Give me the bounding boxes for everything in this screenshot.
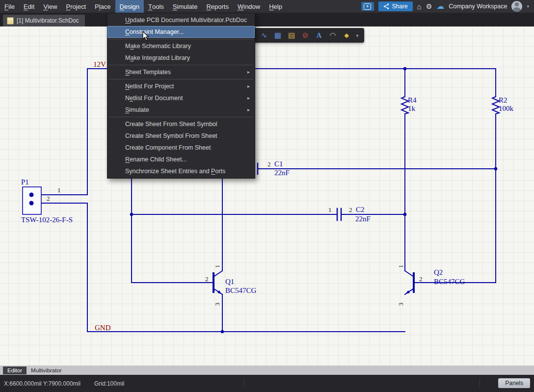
- junction-dot: [494, 167, 498, 171]
- comment-plus-icon: +: [364, 3, 371, 10]
- comment-button[interactable]: +: [361, 2, 374, 11]
- workspace-label[interactable]: Company Workspace: [449, 3, 507, 10]
- transistor-q2-legs[interactable]: [405, 271, 414, 294]
- pin-number-c2-2: 2: [349, 206, 352, 213]
- menu-item-sheet-templates[interactable]: Sheet Templates▸: [107, 66, 255, 78]
- designator-p1[interactable]: P1: [21, 178, 29, 186]
- home-icon[interactable]: ⌂: [417, 3, 422, 10]
- statusbar-divider: [244, 379, 244, 388]
- menu-item-simulate[interactable]: Simulate▸: [107, 104, 255, 116]
- transistor-q1-legs[interactable]: [214, 271, 222, 294]
- doc-tab-label: [1] Multivibrator.SchDoc: [17, 17, 79, 24]
- menu-tools[interactable]: Tools: [144, 0, 168, 13]
- junction-dot: [130, 213, 134, 216]
- pin-number-q2-1: 1: [397, 265, 404, 268]
- menu-item-create-sheet-symbol-from-sheet[interactable]: Create Sheet Symbol From Sheet: [107, 130, 255, 142]
- designator-c2[interactable]: C2: [356, 206, 365, 213]
- wire-q1-base[interactable]: [132, 169, 213, 283]
- menu-item-label: Make Schematic Library: [125, 43, 191, 50]
- connector-p1[interactable]: [23, 187, 41, 214]
- document-tab-bar: [1] Multivibrator.SchDoc: [0, 13, 534, 26]
- altium-designer-window: { "menubar": { "items": [ {"label":"File…: [0, 0, 534, 392]
- grid-setting: Grid:100mil: [94, 380, 124, 387]
- probe-icon[interactable]: ∿: [258, 29, 270, 41]
- net-label-12v[interactable]: 12V: [93, 60, 106, 68]
- designator-c1[interactable]: C1: [274, 160, 283, 168]
- designator-q2[interactable]: Q2: [434, 268, 443, 276]
- cloud-icon: ☁: [436, 2, 444, 10]
- tab-multivibrator[interactable]: Multivibrator: [27, 366, 66, 374]
- menu-item-label: Rename Child Sheet...: [125, 156, 187, 163]
- menubar-right-cluster: + Share ⌂ ⚙ ☁ Company Workspace ▾: [361, 0, 534, 13]
- designator-q1[interactable]: Q1: [225, 278, 234, 286]
- resistor-r4[interactable]: [401, 96, 408, 114]
- menu-item-create-component-from-sheet[interactable]: Create Component From Sheet: [107, 142, 255, 154]
- junction-dot: [221, 330, 224, 334]
- menu-view[interactable]: View: [39, 0, 61, 13]
- capacitor-c2[interactable]: [337, 209, 341, 220]
- submenu-arrow-icon: ▸: [247, 80, 250, 92]
- share-button[interactable]: Share: [378, 1, 413, 11]
- part-icon[interactable]: ▦: [272, 29, 284, 41]
- parameter-set-icon[interactable]: ◆: [341, 29, 352, 41]
- tab-editor[interactable]: Editor: [3, 366, 27, 374]
- menu-reports[interactable]: Reports: [202, 0, 233, 13]
- editor-tab-bar: Editor Multivibrator: [0, 366, 534, 375]
- menu-window[interactable]: Window: [233, 0, 265, 13]
- pin-number-q2-3: 3: [397, 303, 404, 306]
- submenu-arrow-icon: ▸: [247, 104, 250, 116]
- menu-item-label: Simulate: [125, 106, 149, 113]
- schdoc-file-icon: [7, 17, 14, 25]
- menu-place[interactable]: Place: [90, 0, 115, 13]
- submenu-arrow-icon: ▸: [247, 66, 250, 78]
- menu-item-netlist-for-project[interactable]: Netlist For Project▸: [107, 80, 255, 92]
- schematic-canvas[interactable]: 12V GND R4 1k R2 100k C1 22nF C2 22nF Q1…: [0, 26, 534, 366]
- gear-icon[interactable]: ⚙: [426, 3, 432, 10]
- user-avatar[interactable]: [511, 1, 522, 12]
- status-bar: X:6600.000mil Y:7900.000mil Grid:100mil …: [0, 375, 534, 392]
- pin-number-q1-3: 3: [214, 303, 221, 306]
- menu-item-netlist-for-document[interactable]: Netlist For Document▸: [107, 92, 255, 104]
- designator-r4[interactable]: R4: [408, 96, 417, 104]
- menu-item-rename-child-sheet[interactable]: Rename Child Sheet...: [107, 154, 255, 165]
- text-string-icon[interactable]: A: [313, 29, 325, 41]
- menu-item-constraint-manager[interactable]: Constraint Manager...: [107, 26, 255, 38]
- menu-item-create-sheet-from-sheet-symbol[interactable]: Create Sheet From Sheet Symbol: [107, 118, 255, 130]
- menu-item-synchronize-sheet-entries[interactable]: Synchronize Sheet Entries and Ports: [107, 165, 255, 177]
- menu-simulate[interactable]: Simulate: [168, 0, 202, 13]
- wires[interactable]: [31, 69, 499, 332]
- menu-edit[interactable]: Edit: [19, 0, 39, 13]
- no-erc-icon[interactable]: ⊘: [299, 29, 311, 41]
- value-p1[interactable]: TSW-102-26-F-S: [21, 216, 73, 224]
- value-r2[interactable]: 100k: [499, 105, 514, 112]
- menu-item-make-schematic-library[interactable]: Make Schematic Library: [107, 40, 255, 52]
- value-q2[interactable]: BC547CG: [434, 278, 465, 286]
- avatar-caret-icon[interactable]: ▾: [527, 4, 529, 9]
- tab-multivibrator-schdoc[interactable]: [1] Multivibrator.SchDoc: [3, 15, 85, 26]
- net-label-gnd[interactable]: GND: [95, 324, 111, 332]
- designator-r2[interactable]: R2: [499, 96, 507, 104]
- bom-icon[interactable]: ▤: [286, 29, 297, 41]
- menu-item-label: Create Component From Sheet: [125, 144, 211, 151]
- multivibrator-schematic[interactable]: 12V GND R4 1k R2 100k C1 22nF C2 22nF Q1…: [0, 26, 534, 366]
- arc-icon[interactable]: ◠: [327, 29, 339, 41]
- value-c1[interactable]: 22nF: [274, 169, 290, 177]
- q2-emitter-arrow: [406, 290, 410, 294]
- menu-file[interactable]: File: [0, 0, 19, 13]
- value-c2[interactable]: 22nF: [355, 215, 371, 223]
- menu-project[interactable]: Project: [62, 0, 90, 13]
- value-r4[interactable]: 1k: [408, 105, 416, 112]
- junction-dot: [403, 67, 407, 71]
- menu-item-update-pcb-document[interactable]: Update PCB Document Multivibrator.PcbDoc: [107, 14, 255, 26]
- menu-help[interactable]: Help: [265, 0, 287, 13]
- menu-item-label: Create Sheet From Sheet Symbol: [125, 121, 217, 128]
- active-bar-chevron-icon[interactable]: ▾: [354, 33, 360, 38]
- pin-number-c2-1: 1: [328, 206, 332, 213]
- menu-item-make-integrated-library[interactable]: Make Integrated Library: [107, 52, 255, 64]
- menu-item-label: Netlist For Document: [125, 95, 183, 102]
- value-q1[interactable]: BC547CG: [225, 287, 257, 294]
- wire-r2-column[interactable]: [415, 69, 496, 283]
- panels-button[interactable]: Panels: [498, 378, 530, 388]
- menu-design[interactable]: Design: [115, 0, 144, 13]
- resistor-r2[interactable]: [492, 96, 499, 114]
